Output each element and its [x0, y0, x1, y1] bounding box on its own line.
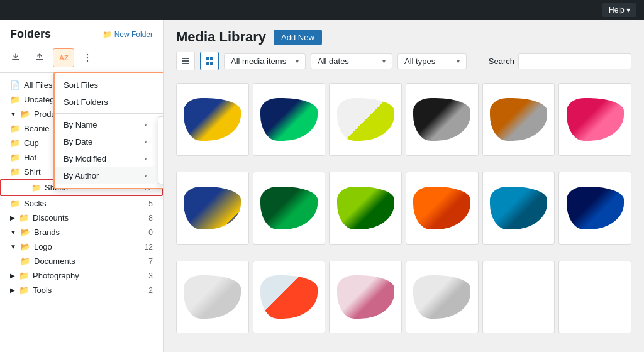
- photography-folder[interactable]: ▶ 📁 Photography 3: [0, 268, 163, 283]
- logo-folder[interactable]: ▼ 📂 Logo 12: [0, 239, 163, 254]
- folder-icon: 📁: [10, 167, 20, 177]
- svg-rect-11: [206, 62, 209, 65]
- sidebar-header: Folders 📁 New Folder: [0, 20, 163, 46]
- chevron-right-icon: ›: [145, 138, 147, 145]
- media-item[interactable]: [558, 172, 631, 245]
- main-content: Media Library Add New All media items ▾ …: [164, 20, 644, 352]
- expand-icon: ▼: [10, 243, 16, 250]
- grid-view-button[interactable]: [200, 52, 219, 70]
- sidebar-toolbar: AZ Sort Files › Sort Folders ›: [0, 46, 163, 73]
- folder-icon: 📁: [10, 199, 20, 208]
- svg-point-5: [87, 60, 88, 62]
- chevron-down-icon: ▾: [296, 58, 299, 65]
- chevron-down-icon: ▾: [382, 58, 386, 65]
- types-filter-dropdown[interactable]: All types ▾: [397, 53, 467, 69]
- import-icon-button[interactable]: [5, 48, 26, 67]
- folder-icon: 📁: [10, 124, 20, 133]
- media-item[interactable]: [558, 83, 631, 156]
- more-options-button[interactable]: [77, 48, 98, 67]
- documents-folder[interactable]: 📁 Documents 7: [0, 254, 163, 268]
- all-files-icon: 📄: [10, 80, 20, 90]
- media-item[interactable]: [253, 83, 326, 156]
- export-icon-button[interactable]: [29, 48, 50, 67]
- media-item[interactable]: [253, 261, 326, 334]
- media-item[interactable]: [329, 83, 402, 156]
- list-view-button[interactable]: [176, 52, 195, 70]
- folder-icon: 📁: [19, 271, 29, 280]
- by-modified-item[interactable]: By Modified ›: [55, 150, 155, 167]
- search-label: Search: [489, 57, 514, 66]
- folder-icon: 📁: [31, 184, 41, 192]
- media-filter-dropdown[interactable]: All media items ▾: [224, 53, 306, 69]
- content-header: Media Library Add New: [164, 20, 644, 52]
- dates-filter-dropdown[interactable]: All dates ▾: [311, 53, 392, 69]
- media-item[interactable]: [329, 172, 402, 245]
- by-name-item[interactable]: By Name ›: [55, 116, 155, 133]
- svg-rect-10: [210, 57, 213, 60]
- expand-icon: ▶: [10, 287, 15, 294]
- new-folder-button[interactable]: 📁 New Folder: [103, 30, 153, 39]
- add-new-button[interactable]: Add New: [274, 30, 322, 45]
- folder-plus-icon: 📁: [103, 30, 112, 39]
- sort-az-icon: AZ: [58, 52, 69, 63]
- svg-rect-6: [182, 58, 189, 59]
- chevron-right-icon: ›: [145, 172, 147, 179]
- media-item[interactable]: [253, 172, 326, 245]
- author-submenu: Ascending Descending: [158, 116, 164, 184]
- sort-submenu-panel: By Name › By Date › By Modified ›: [55, 116, 155, 184]
- sort-files-item[interactable]: Sort Files ›: [55, 77, 164, 94]
- svg-text:AZ: AZ: [59, 54, 69, 62]
- folder-icon: 📂: [20, 109, 30, 119]
- media-item-empty[interactable]: [558, 261, 631, 334]
- folder-icon: 📁: [19, 285, 29, 295]
- media-grid: [164, 77, 644, 352]
- folder-icon: 📁: [10, 138, 20, 148]
- media-item[interactable]: [406, 261, 479, 334]
- brands-folder[interactable]: ▼ 📂 Brands 0: [0, 225, 163, 239]
- dropdown-divider: [55, 113, 164, 114]
- folder-icon: 📁: [10, 153, 20, 162]
- discounts-folder[interactable]: ▶ 📁 Discounts 8: [0, 211, 163, 225]
- media-item[interactable]: [329, 261, 402, 334]
- svg-rect-8: [182, 63, 189, 64]
- export-icon: [35, 53, 45, 63]
- sort-icon-button[interactable]: AZ Sort Files › Sort Folders ›: [53, 48, 74, 67]
- chevron-down-icon: ▾: [457, 58, 460, 65]
- media-item[interactable]: [482, 172, 555, 245]
- media-item[interactable]: [176, 172, 249, 245]
- tools-folder[interactable]: ▶ 📁 Tools 2: [0, 283, 163, 297]
- expand-icon: ▶: [10, 214, 15, 221]
- list-view-icon: [181, 57, 190, 65]
- folder-icon: 📂: [20, 242, 30, 251]
- expand-icon: ▼: [10, 229, 16, 236]
- sort-folders-item[interactable]: Sort Folders ›: [55, 94, 164, 111]
- sidebar: Folders 📁 New Folder AZ Sort F: [0, 20, 164, 352]
- svg-rect-9: [206, 57, 209, 60]
- svg-rect-0: [12, 59, 19, 60]
- more-icon: [82, 53, 92, 63]
- media-toolbar: All media items ▾ All dates ▾ All types …: [164, 52, 644, 77]
- media-item-empty[interactable]: [482, 261, 555, 334]
- sidebar-title: Folders: [10, 28, 51, 41]
- media-item[interactable]: [482, 83, 555, 156]
- chevron-right-icon: ›: [145, 155, 147, 162]
- media-item[interactable]: [176, 261, 249, 334]
- chevron-right-icon: ›: [145, 121, 147, 128]
- media-item[interactable]: [406, 172, 479, 245]
- socks-folder[interactable]: 📁 Socks 5: [0, 196, 163, 211]
- descending-item[interactable]: Descending: [158, 138, 164, 155]
- grid-view-icon: [205, 57, 214, 65]
- media-item[interactable]: [406, 83, 479, 156]
- svg-rect-7: [182, 60, 189, 62]
- folder-icon: 📂: [20, 228, 30, 237]
- media-item[interactable]: [176, 83, 249, 156]
- main-layout: Folders 📁 New Folder AZ Sort F: [0, 20, 644, 352]
- svg-rect-1: [36, 59, 43, 60]
- folder-icon: 📁: [10, 95, 20, 104]
- by-author-item[interactable]: By Author ›: [55, 167, 155, 184]
- admin-topbar: Help ▾: [0, 0, 644, 20]
- help-button[interactable]: Help ▾: [602, 3, 636, 17]
- search-input[interactable]: [518, 53, 631, 69]
- by-date-item[interactable]: By Date ›: [55, 133, 155, 150]
- ascending-item[interactable]: Ascending: [158, 121, 164, 138]
